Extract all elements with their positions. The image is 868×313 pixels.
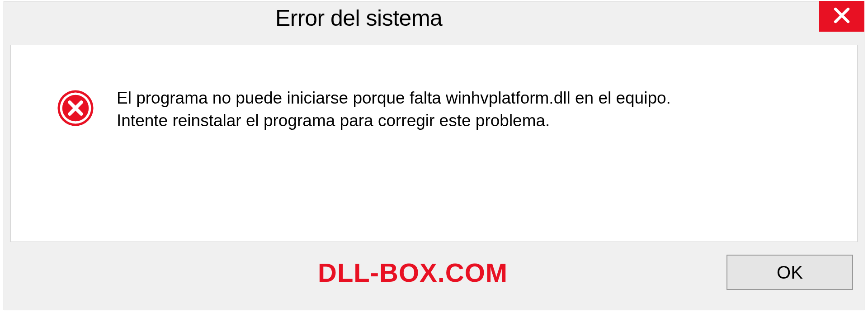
dialog-footer: DLL-BOX.COM OK: [10, 247, 858, 297]
message-line-2: Intente reinstalar el programa para corr…: [117, 109, 671, 132]
error-icon: [56, 89, 95, 128]
message-line-1: El programa no puede iniciarse porque fa…: [117, 87, 671, 109]
titlebar: Error del sistema: [4, 1, 864, 40]
error-message: El programa no puede iniciarse porque fa…: [117, 86, 671, 132]
ok-button-label: OK: [777, 262, 803, 283]
close-icon: [832, 6, 851, 27]
error-dialog: Error del sistema El programa no puede i…: [4, 1, 864, 310]
dialog-title: Error del sistema: [4, 1, 442, 31]
close-button[interactable]: [819, 1, 864, 32]
ok-button[interactable]: OK: [726, 255, 853, 290]
content-panel: El programa no puede iniciarse porque fa…: [10, 45, 858, 242]
watermark-text: DLL-BOX.COM: [10, 257, 508, 288]
